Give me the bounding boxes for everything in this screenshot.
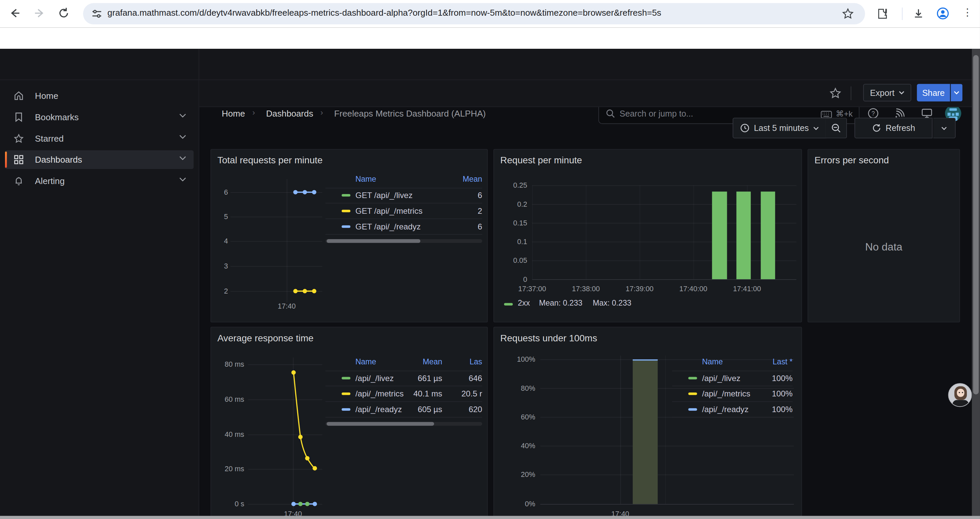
data-point xyxy=(298,501,302,506)
bookmark-star-icon[interactable] xyxy=(842,7,854,19)
panel-title[interactable]: Total requests per minute xyxy=(218,155,323,165)
breadcrumb-dashboards[interactable]: Dashboards xyxy=(266,108,313,118)
data-point xyxy=(305,501,310,506)
help-icon[interactable]: ? xyxy=(868,107,879,119)
gridline xyxy=(293,357,294,509)
legend-series-name[interactable]: /api/_/readyz xyxy=(702,405,749,414)
forward-icon[interactable] xyxy=(33,7,45,19)
legend-value: 40.1 ms xyxy=(413,389,442,398)
y-axis-tick: 0.25 xyxy=(513,182,527,189)
gridline xyxy=(532,204,796,205)
legend-header[interactable]: Name xyxy=(355,357,376,366)
legend-mean: Mean: 0.233 xyxy=(539,299,582,307)
panel-title[interactable]: Requests under 100ms xyxy=(500,332,597,343)
legend-header[interactable]: Mean xyxy=(423,357,442,366)
legend-series-name[interactable]: /api/_/metrics xyxy=(355,389,404,398)
legend-series-name[interactable]: 2xx xyxy=(518,299,530,307)
breadcrumb-home[interactable]: Home xyxy=(222,108,245,118)
sidebar-item-bookmarks[interactable]: Bookmarks xyxy=(5,107,194,126)
legend-header[interactable]: Name xyxy=(702,357,723,366)
downloads-icon[interactable] xyxy=(913,7,924,19)
legend-header[interactable]: Las xyxy=(470,357,482,366)
refresh-button[interactable]: Refresh xyxy=(854,118,932,138)
sidebar-item-starred[interactable]: Starred xyxy=(5,129,194,148)
sidebar-item-label: Starred xyxy=(35,133,64,143)
legend-series-name[interactable]: GET /api/_/metrics xyxy=(355,206,422,216)
share-menu-button[interactable] xyxy=(951,84,963,101)
bar-2xx xyxy=(737,192,751,279)
chevron-down-icon[interactable] xyxy=(179,156,186,160)
y-axis-tick: 3 xyxy=(224,262,228,270)
monitor-icon[interactable] xyxy=(921,107,932,119)
legend-header[interactable]: Name xyxy=(355,175,376,184)
gridline xyxy=(665,356,666,504)
legend-value: 20.5 r xyxy=(461,389,482,398)
gridline xyxy=(532,279,796,280)
share-button[interactable]: Share xyxy=(917,84,950,101)
gridline xyxy=(693,185,694,279)
legend-series-name[interactable]: /api/_/livez xyxy=(355,374,394,383)
vertical-scrollbar-thumb[interactable] xyxy=(973,55,978,394)
y-axis-tick: 20% xyxy=(521,471,535,478)
data-point xyxy=(293,190,298,194)
breadcrumb-separator: › xyxy=(321,107,323,117)
gridline xyxy=(540,504,794,505)
gridline xyxy=(586,185,586,279)
time-range-picker[interactable]: Last 5 minutes xyxy=(732,118,826,138)
panel-title[interactable]: Errors per second xyxy=(815,155,889,165)
url-text[interactable]: grafana.mathmast.com/d/deytv4rwavabkb/fr… xyxy=(107,7,661,18)
y-axis-tick: 0.2 xyxy=(517,200,527,208)
reload-icon[interactable] xyxy=(57,7,70,19)
chevron-down-icon[interactable] xyxy=(179,177,186,181)
back-icon[interactable] xyxy=(9,7,21,19)
favorite-star-icon[interactable] xyxy=(830,87,842,99)
gridline xyxy=(231,217,322,217)
profile-icon[interactable] xyxy=(936,7,949,20)
extensions-icon[interactable] xyxy=(876,7,888,19)
legend-series-name[interactable]: /api/_/livez xyxy=(702,374,740,383)
legend-series-name[interactable]: /api/_/metrics xyxy=(702,389,751,398)
zoom-out-time-icon[interactable] xyxy=(826,118,847,138)
bell-icon xyxy=(14,176,24,186)
sidebar-item-label: Alerting xyxy=(35,176,65,186)
panel-title[interactable]: Average response time xyxy=(218,332,313,343)
bookmark-icon xyxy=(14,112,24,122)
response-time-line xyxy=(211,327,488,515)
row-separator xyxy=(672,401,792,402)
legend-series-name[interactable]: GET /api/_/readyz xyxy=(355,222,421,232)
y-axis-tick: 0.05 xyxy=(513,257,527,264)
export-button[interactable]: Export xyxy=(863,84,911,101)
floating-assistant-avatar[interactable] xyxy=(948,383,972,407)
refresh-interval-button[interactable] xyxy=(933,118,956,138)
legend-series-name[interactable]: /api/_/readyz xyxy=(355,405,402,414)
chevron-down-icon[interactable] xyxy=(179,113,186,118)
legend-scrollbar-thumb[interactable] xyxy=(326,239,420,243)
y-axis-tick: 6 xyxy=(224,188,228,196)
legend-header[interactable]: Last * xyxy=(773,357,792,366)
y-axis-tick: 0% xyxy=(525,500,535,508)
y-axis-tick: 0.1 xyxy=(517,238,527,245)
data-point xyxy=(312,289,316,293)
gridline xyxy=(248,469,322,469)
x-axis-tick: 17:40:00 xyxy=(679,285,708,292)
home-icon xyxy=(14,91,24,101)
chevron-down-icon[interactable] xyxy=(179,134,186,139)
legend-scrollbar-thumb[interactable] xyxy=(326,422,434,425)
legend-value: 2 xyxy=(478,206,482,216)
y-axis-tick: 100% xyxy=(517,356,535,363)
sidebar-item-alerting[interactable]: Alerting xyxy=(5,172,194,190)
site-settings-icon[interactable] xyxy=(91,8,102,19)
browser-menu-icon[interactable]: ⋮ xyxy=(963,6,973,18)
legend-value: 620 xyxy=(469,405,482,414)
row-separator xyxy=(672,417,792,417)
sidebar-item-home[interactable]: Home xyxy=(5,86,194,105)
legend-header[interactable]: Mean xyxy=(463,175,482,184)
sidebar-item-dashboards[interactable]: Dashboards xyxy=(5,150,194,169)
star-icon xyxy=(14,133,24,143)
legend-series-name[interactable]: GET /api/_/livez xyxy=(355,191,412,200)
y-axis-tick: 40 ms xyxy=(224,431,244,438)
series-color-swatch xyxy=(504,303,513,305)
toolbar-divider xyxy=(851,86,851,100)
news-rss-icon[interactable] xyxy=(894,107,905,119)
panel-title[interactable]: Request per minute xyxy=(500,155,582,165)
